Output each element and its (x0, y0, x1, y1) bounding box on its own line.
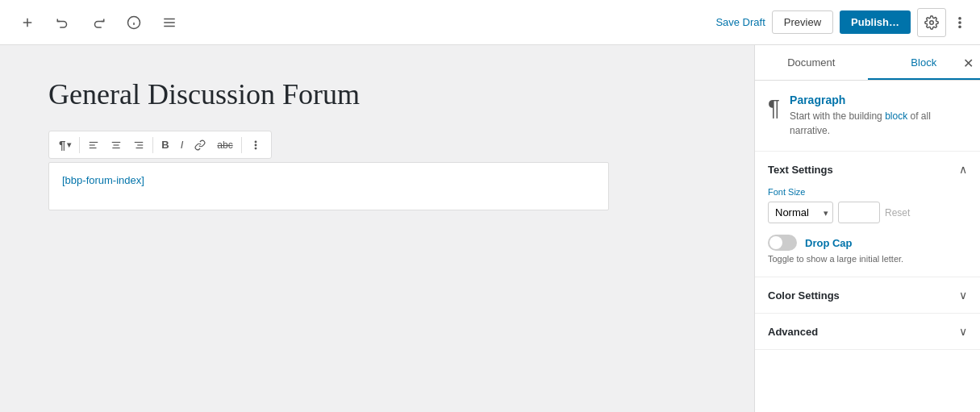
svg-point-22 (255, 144, 256, 145)
text-settings-header[interactable]: Text Settings ∧ (755, 152, 980, 187)
font-size-custom-input[interactable] (838, 202, 880, 223)
toolbar-left (13, 8, 184, 37)
block-link[interactable]: block (885, 110, 907, 122)
paragraph-type-button[interactable]: ¶ ▾ (54, 135, 76, 155)
paragraph-block-info: ¶ Paragraph Start with the building bloc… (755, 81, 980, 152)
sidebar: Document Block ✕ ¶ Paragraph Start with … (754, 45, 980, 412)
font-size-select[interactable]: Small Normal Medium Large Huge (768, 202, 833, 223)
menu-button[interactable] (155, 8, 184, 37)
text-settings-content: Font Size Small Normal Medium Large Huge… (755, 187, 980, 277)
preview-button[interactable]: Preview (772, 10, 833, 34)
svg-point-21 (255, 141, 256, 142)
paragraph-desc: Start with the building block of all nar… (790, 109, 967, 138)
page-title: General Discussion Forum (48, 77, 706, 111)
content-block[interactable]: [bbp-forum-index] (48, 162, 609, 210)
text-settings-chevron: ∧ (959, 163, 967, 176)
align-right-button[interactable] (128, 136, 149, 154)
svg-point-23 (255, 148, 256, 148)
redo-button[interactable] (84, 8, 113, 37)
font-size-label: Font Size (768, 187, 967, 197)
text-settings-section: Text Settings ∧ Font Size Small Normal M… (755, 152, 980, 277)
toolbar-divider-1 (79, 137, 80, 153)
align-center-button[interactable] (106, 136, 127, 154)
publish-button[interactable]: Publish… (840, 10, 911, 34)
advanced-title: Advanced (768, 326, 818, 338)
toolbar-right: Save Draft Preview Publish… (715, 8, 967, 37)
svg-point-10 (959, 22, 961, 23)
svg-point-11 (959, 26, 961, 27)
text-settings-title: Text Settings (768, 164, 833, 176)
info-button[interactable] (119, 8, 148, 37)
sidebar-tabs: Document Block ✕ (755, 45, 980, 81)
drop-cap-description: Toggle to show a large initial letter. (768, 254, 967, 264)
editor-area: General Discussion Forum ¶ ▾ B I (0, 45, 754, 412)
block-toolbar: ¶ ▾ B I abc (48, 131, 272, 159)
color-settings-title: Color Settings (768, 289, 840, 302)
more-options-button[interactable] (953, 15, 967, 30)
advanced-header[interactable]: Advanced ∨ (755, 314, 980, 349)
add-block-button[interactable] (13, 8, 42, 37)
top-toolbar: Save Draft Preview Publish… (0, 0, 980, 45)
color-settings-header[interactable]: Color Settings ∨ (755, 277, 980, 313)
paragraph-title: Paragraph (790, 94, 967, 106)
font-size-reset-button[interactable]: Reset (885, 207, 910, 218)
strikethrough-button[interactable]: abc (212, 136, 237, 154)
advanced-chevron: ∨ (959, 325, 967, 338)
drop-cap-toggle[interactable] (768, 235, 797, 251)
save-draft-button[interactable]: Save Draft (715, 16, 765, 28)
tab-indicator (868, 78, 981, 80)
tab-document[interactable]: Document (755, 45, 868, 80)
main-layout: General Discussion Forum ¶ ▾ B I (0, 45, 980, 412)
toolbar-divider-3 (241, 137, 242, 153)
paragraph-icon: ¶ (768, 95, 780, 121)
font-size-select-wrapper: Small Normal Medium Large Huge (768, 202, 833, 223)
paragraph-description: Paragraph Start with the building block … (790, 94, 967, 138)
svg-point-8 (930, 20, 934, 24)
sidebar-close-button[interactable]: ✕ (963, 55, 974, 70)
font-size-row: Small Normal Medium Large Huge Reset (768, 202, 967, 223)
link-button[interactable] (190, 136, 211, 154)
color-settings-chevron: ∨ (959, 289, 967, 302)
block-more-options-button[interactable] (245, 136, 266, 154)
shortcode-text: [bbp-forum-index] (62, 174, 144, 186)
svg-point-9 (959, 17, 961, 19)
settings-gear-button[interactable] (917, 8, 946, 37)
align-left-button[interactable] (83, 136, 104, 154)
bold-button[interactable]: B (156, 135, 173, 154)
italic-button[interactable]: I (176, 135, 189, 154)
drop-cap-row: Drop Cap (768, 235, 967, 251)
color-settings-section: Color Settings ∨ (755, 277, 980, 314)
toolbar-divider-2 (152, 137, 153, 153)
undo-button[interactable] (48, 8, 77, 37)
drop-cap-label: Drop Cap (805, 237, 853, 249)
advanced-section: Advanced ∨ (755, 314, 980, 350)
